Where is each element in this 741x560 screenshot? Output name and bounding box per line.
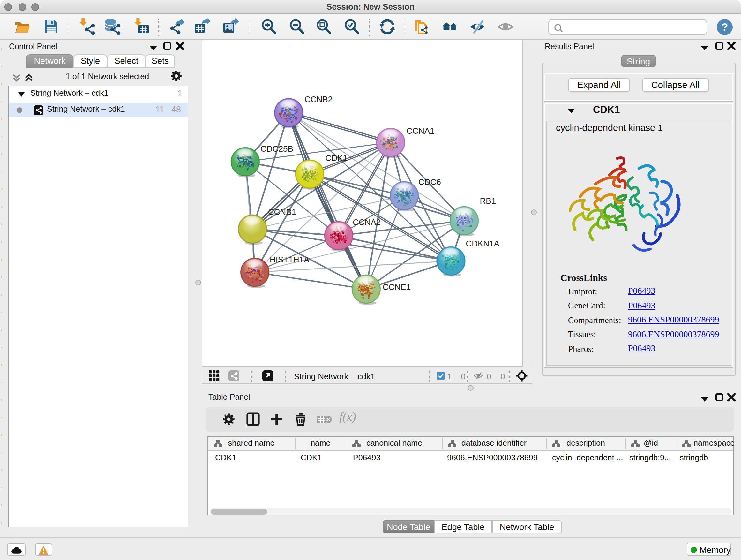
svg-text:CCNB1: CCNB1 <box>268 207 296 217</box>
svg-text:CDKN1A: CDKN1A <box>465 239 499 248</box>
svg-text:RB1: RB1 <box>480 196 496 206</box>
svg-text:CDC25B: CDC25B <box>260 144 293 153</box>
svg-text:CCNA2: CCNA2 <box>352 217 381 227</box>
svg-text:CDC6: CDC6 <box>418 177 441 187</box>
svg-text:CCNB2: CCNB2 <box>304 95 332 104</box>
svg-text:CCNE1: CCNE1 <box>382 282 410 292</box>
svg-text:HIST1H1A: HIST1H1A <box>269 255 309 264</box>
svg-text:CCNA1: CCNA1 <box>406 126 434 136</box>
svg-text:CDK1: CDK1 <box>325 153 347 163</box>
